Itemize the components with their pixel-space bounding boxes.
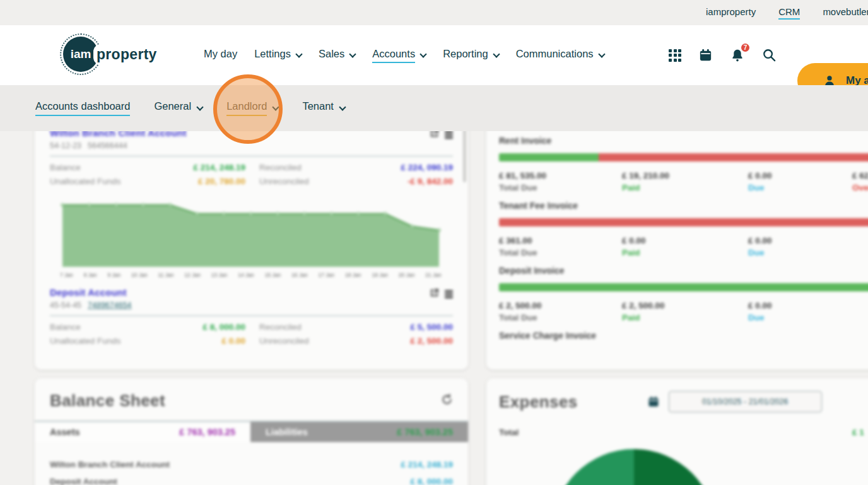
chevron-down-icon	[349, 50, 356, 57]
expenses-total-label: Total	[499, 428, 519, 437]
invoice-stat: £ 62, 325.00Overdue	[852, 171, 868, 192]
invoice-stat: £ 0.00Paid	[622, 236, 748, 257]
invoices-card: Rent Invoice £ 81, 535.00Total Due £ 19,…	[486, 120, 868, 370]
chevron-down-icon	[598, 50, 605, 57]
stat-value: £ 5, 500.00	[365, 322, 453, 332]
tab-assets[interactable]: Assets £ 763, 903.25	[35, 422, 250, 442]
invoice-stat: £ 361.00Total Due	[499, 236, 622, 257]
stat-value: -£ 9, 842.00	[365, 177, 453, 186]
search-icon[interactable]	[762, 48, 777, 62]
balance-sheet-title: Balance Sheet	[50, 391, 165, 411]
apps-grid-icon[interactable]	[669, 49, 681, 62]
client-accounts-card: Wilton Branch Client Account 54-12-23 56…	[35, 120, 468, 370]
expenses-date-range-input[interactable]: 01/10/2025 - 21/01/2026	[669, 391, 822, 412]
chevron-down-icon	[339, 103, 346, 110]
topbar-link-crm[interactable]: CRM	[778, 6, 800, 20]
divider	[50, 156, 453, 156]
iamproperty-logo[interactable]: iam property	[63, 37, 160, 72]
invoice-stat: £ 19, 210.00Paid	[622, 171, 748, 192]
refresh-icon[interactable]	[441, 394, 453, 408]
stat-value: £ 224, 090.19	[365, 163, 453, 172]
menu-icon[interactable]	[445, 131, 453, 139]
subnav-item-tenant[interactable]: Tenant	[302, 100, 345, 116]
calendar-icon[interactable]	[647, 395, 660, 408]
account-title: Deposit Account	[50, 287, 132, 298]
primary-menu: My day Lettings Sales Accounts Reporting…	[204, 25, 604, 85]
invoice-stat: £ 2, 500.00Paid	[622, 301, 748, 322]
topbar: iamproperty CRM movebutler	[0, 0, 868, 25]
stat-value: £ 2, 500.00	[365, 336, 453, 346]
tenant-fee-invoice-progress-bar	[499, 218, 868, 226]
sort-code: 54-12-23	[50, 141, 81, 150]
nav-item-sales[interactable]: Sales	[319, 48, 355, 63]
invoice-stat: £ 0.00Due	[748, 301, 852, 322]
subnav-label: General	[154, 100, 191, 116]
tab-liabilities[interactable]: Liabilities £ 763, 903.25	[250, 422, 468, 442]
stat-label: Balance	[50, 163, 144, 172]
nav-item-accounts[interactable]: Accounts	[372, 48, 426, 63]
stat-label: Reconciled	[245, 322, 365, 332]
stat-value: £ 0.00	[144, 336, 245, 346]
nav-item-reporting[interactable]: Reporting	[443, 48, 499, 63]
menu-icon[interactable]	[445, 290, 453, 298]
subnav-item-general[interactable]: General	[154, 100, 202, 116]
rent-invoice-section: Rent Invoice £ 81, 535.00Total Due £ 19,…	[499, 136, 868, 192]
app-screen: iamproperty CRM movebutler iam property …	[0, 0, 868, 485]
subnav-label: Accounts dashboard	[35, 100, 130, 116]
balance-sheet-row: Wilton Branch Client Account £ 214, 248.…	[50, 460, 453, 469]
click-highlight-circle	[213, 74, 283, 144]
nav-label: Lettings	[254, 48, 291, 63]
expenses-pie-chart	[552, 449, 716, 485]
invoice-title: Rent Invoice	[499, 136, 868, 146]
nav-label: Sales	[319, 48, 344, 63]
topbar-link-movebutler[interactable]: movebutler	[823, 6, 868, 20]
external-link-icon[interactable]	[430, 288, 439, 300]
nav-item-communications[interactable]: Communications	[516, 48, 604, 63]
balance-trend-chart: 7 Jan8 Jan9 Jan10 Jan11 Jan12 Jan13 Jan1…	[60, 196, 442, 278]
tab-label: Liabilities	[266, 427, 308, 437]
subnav-label: Tenant	[302, 100, 334, 116]
dashboard-content: Wilton Branch Client Account 54-12-23 56…	[0, 85, 868, 485]
balance-sheet-card: Balance Sheet Assets £ 763, 903.25 Liabi…	[35, 378, 468, 485]
subnav-item-accounts-dashboard[interactable]: Accounts dashboard	[35, 100, 130, 116]
accounts-sub-nav: Accounts dashboard General Landlord Tena…	[0, 85, 868, 131]
stat-label: Unallocated Funds	[50, 336, 144, 346]
nav-icon-group: 7	[669, 25, 777, 85]
tab-label: Assets	[50, 427, 80, 437]
tab-value: £ 763, 903.25	[179, 427, 235, 437]
stat-value: £ 214, 248.19	[144, 163, 245, 172]
notifications-bell-icon[interactable]: 7	[730, 48, 745, 63]
invoice-title: Service Charge Invoice	[499, 330, 868, 341]
deposit-invoice-progress-bar	[499, 283, 868, 291]
topbar-link-iamproperty[interactable]: iamproperty	[706, 6, 756, 20]
stat-label: Balance	[50, 322, 144, 332]
row-value: £ 8, 000.00	[410, 477, 453, 485]
nav-label: Reporting	[443, 48, 488, 63]
balance-sheet-row: Deposit Account £ 8, 000.00	[50, 477, 453, 485]
nav-label: My day	[204, 48, 237, 63]
account-number-link[interactable]: 7489674654	[88, 301, 132, 310]
nav-item-my-day[interactable]: My day	[204, 48, 237, 63]
invoice-stat: £ 81, 535.00Total Due	[499, 171, 622, 192]
sort-code: 45-54-45	[50, 301, 81, 310]
tenant-fee-invoice-section: Tenant Fee Invoice £ 361.00Total Due £ 0…	[499, 201, 868, 257]
deposit-invoice-section: Deposit Invoice £ 2, 500.00Total Due £ 2…	[499, 266, 868, 322]
nav-label: Communications	[516, 48, 594, 63]
card-scrollbar[interactable]	[463, 129, 466, 182]
logo-wordmark: property	[93, 44, 160, 65]
row-label: Deposit Account	[50, 477, 117, 485]
calendar-icon[interactable]	[698, 48, 713, 62]
stat-label: Reconciled	[245, 163, 365, 172]
nav-item-lettings[interactable]: Lettings	[254, 48, 302, 63]
expenses-title: Expenses	[499, 392, 578, 412]
invoice-title: Deposit Invoice	[499, 266, 868, 276]
stat-label: Unreconciled	[245, 336, 365, 346]
row-value: £ 214, 248.19	[401, 460, 453, 469]
chevron-down-icon	[419, 50, 426, 57]
invoice-stat: £ 0.00Due	[748, 236, 852, 257]
divider	[50, 315, 453, 316]
chevron-down-icon	[196, 103, 203, 110]
notification-count-badge: 7	[740, 42, 751, 53]
expenses-total-value: £ 1	[852, 428, 864, 437]
main-nav: iam property My day Lettings Sales Accou…	[0, 25, 868, 85]
